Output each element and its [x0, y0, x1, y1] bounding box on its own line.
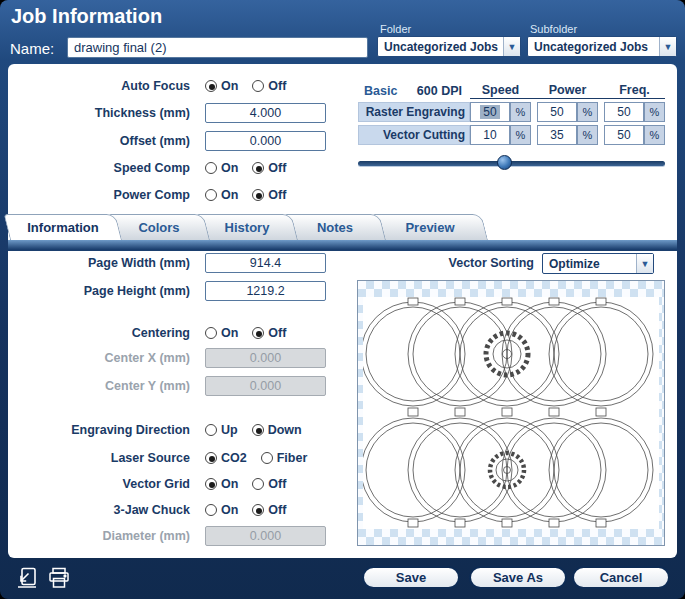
jaw-chuck-on-option[interactable]: On	[205, 503, 238, 517]
speed-comp-on-label: On	[221, 161, 238, 175]
laser-source-radio-group: CO2 Fiber	[205, 448, 307, 468]
job-name-input[interactable]	[67, 37, 368, 58]
save-job-file-button[interactable]	[14, 566, 40, 590]
engraving-down-label: Down	[268, 423, 302, 437]
diameter-label: Diameter (mm)	[8, 526, 190, 546]
speed-comp-on-option[interactable]: On	[205, 161, 238, 175]
power-comp-off-label: Off	[268, 188, 286, 202]
radio-off-icon[interactable]	[252, 162, 264, 174]
thickness-label: Thickness (mm)	[8, 103, 190, 123]
auto-focus-on-label: On	[221, 79, 238, 93]
vector-grid-off-option[interactable]: Off	[252, 477, 286, 491]
vector-sorting-dropdown[interactable]: Optimize ▼	[542, 253, 654, 274]
radio-off-icon[interactable]	[252, 327, 264, 339]
power-comp-radio-group: On Off	[205, 185, 286, 205]
power-comp-off-option[interactable]: Off	[252, 188, 286, 202]
page-width-input[interactable]	[205, 253, 326, 273]
tab-history[interactable]: History	[196, 214, 298, 240]
laser-co2-label: CO2	[221, 451, 247, 465]
jaw-chuck-off-option[interactable]: Off	[252, 503, 286, 517]
header-underline	[470, 98, 665, 99]
tab-preview[interactable]: Preview	[372, 214, 488, 240]
engraving-up-option[interactable]: Up	[205, 423, 238, 437]
speed-comp-label: Speed Comp	[8, 158, 190, 178]
chevron-down-icon[interactable]: ▼	[636, 254, 653, 273]
centering-on-label: On	[221, 326, 238, 340]
speed-comp-off-option[interactable]: Off	[252, 161, 286, 175]
cancel-button[interactable]: Cancel	[572, 566, 670, 589]
radio-on-icon[interactable]	[205, 478, 217, 490]
raster-speed-input[interactable]: 50	[470, 102, 510, 122]
vector-grid-radio-group: On Off	[205, 474, 286, 494]
chevron-down-icon[interactable]: ▼	[659, 37, 676, 56]
tab-colors[interactable]: Colors	[108, 214, 210, 240]
page-height-input[interactable]	[205, 281, 326, 301]
radio-up-icon[interactable]	[205, 424, 217, 436]
raster-engraving-label: Raster Engraving	[358, 102, 470, 122]
save-job-file-icon	[14, 566, 40, 590]
engraving-down-option[interactable]: Down	[252, 423, 302, 437]
radio-on-icon[interactable]	[205, 189, 217, 201]
radio-off-icon[interactable]	[252, 189, 264, 201]
vector-freq-input[interactable]: 50	[604, 125, 644, 145]
radio-on-icon[interactable]	[205, 80, 217, 92]
save-button[interactable]: Save	[362, 566, 460, 589]
power-comp-on-option[interactable]: On	[205, 188, 238, 202]
laser-fiber-option[interactable]: Fiber	[261, 451, 308, 465]
radio-on-icon[interactable]	[205, 504, 217, 516]
radio-off-icon[interactable]	[252, 80, 264, 92]
slider-thumb[interactable]	[497, 155, 512, 170]
radio-off-icon[interactable]	[252, 504, 264, 516]
centering-on-option[interactable]: On	[205, 326, 238, 340]
name-label: Name:	[10, 40, 54, 57]
save-as-button[interactable]: Save As	[469, 566, 567, 589]
page-width-label: Page Width (mm)	[8, 253, 190, 273]
radio-co2-icon[interactable]	[205, 452, 217, 464]
power-comp-label: Power Comp	[8, 185, 190, 205]
vector-power-input[interactable]: 35	[537, 125, 577, 145]
centering-label: Centering	[8, 323, 190, 343]
auto-focus-on-option[interactable]: On	[205, 79, 238, 93]
vector-grid-on-option[interactable]: On	[205, 477, 238, 491]
print-button[interactable]	[46, 566, 72, 590]
center-x-label: Center X (mm)	[8, 348, 190, 368]
tab-information[interactable]: Information	[4, 214, 122, 240]
centering-off-option[interactable]: Off	[252, 326, 286, 340]
raster-power-input[interactable]: 50	[537, 102, 577, 122]
engraving-direction-radio-group: Up Down	[205, 420, 302, 440]
basic-mode-tab[interactable]: Basic	[358, 82, 397, 99]
vector-cutting-label: Vector Cutting	[358, 125, 470, 145]
laser-source-label: Laser Source	[8, 448, 190, 468]
laser-co2-option[interactable]: CO2	[205, 451, 247, 465]
radio-down-icon[interactable]	[252, 424, 264, 436]
percent-label: %	[510, 125, 531, 145]
auto-focus-off-label: Off	[268, 79, 286, 93]
radio-off-icon[interactable]	[252, 478, 264, 490]
offset-input[interactable]	[205, 131, 326, 151]
laser-parameters-table: Basic 600 DPI Speed Power Freq. Raster E…	[358, 82, 665, 145]
tab-bar: Information Colors History Notes Preview	[10, 214, 677, 240]
power-comp-on-label: On	[221, 188, 238, 202]
raster-freq-input[interactable]: 50	[604, 102, 644, 122]
auto-focus-off-option[interactable]: Off	[252, 79, 286, 93]
tab-notes[interactable]: Notes	[284, 214, 386, 240]
thickness-input[interactable]	[205, 103, 326, 123]
parameter-slider	[358, 152, 665, 174]
folder-dropdown[interactable]: Uncategorized Jobs ▼	[377, 36, 521, 57]
freq-column-header: Freq.	[604, 82, 665, 99]
speed-comp-off-label: Off	[268, 161, 286, 175]
subfolder-dropdown[interactable]: Uncategorized Jobs ▼	[527, 36, 677, 57]
chevron-down-icon[interactable]: ▼	[503, 37, 520, 56]
job-information-dialog: Job Information Name: Folder Uncategoriz…	[0, 0, 685, 599]
centering-radio-group: On Off	[205, 323, 286, 343]
percent-label: %	[577, 125, 598, 145]
radio-on-icon[interactable]	[205, 327, 217, 339]
laser-table-header: Basic 600 DPI Speed Power Freq.	[358, 82, 665, 99]
radio-fiber-icon[interactable]	[261, 452, 273, 464]
page-title: Job Information	[11, 5, 162, 28]
radio-on-icon[interactable]	[205, 162, 217, 174]
vector-speed-input[interactable]: 10	[470, 125, 510, 145]
page-height-label: Page Height (mm)	[8, 281, 190, 301]
center-y-label: Center Y (mm)	[8, 376, 190, 396]
centering-off-label: Off	[268, 326, 286, 340]
